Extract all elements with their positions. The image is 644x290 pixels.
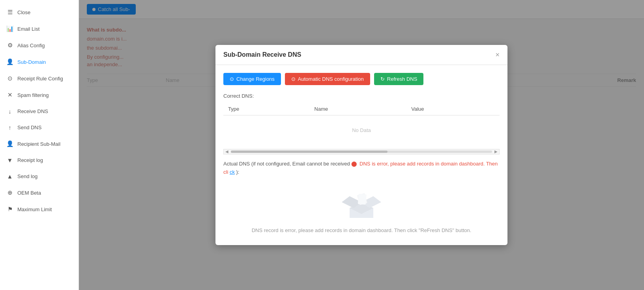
close-icon: ☰ — [6, 9, 13, 16]
error-dot: ⬤ — [351, 161, 357, 167]
empty-box-icon — [342, 190, 381, 222]
main-content: Catch all Sub- What is subdo... domain.c… — [79, 0, 644, 290]
change-regions-button[interactable]: ⊙ Change Regions — [223, 73, 281, 85]
scroll-right-arrow[interactable]: ▶ — [494, 149, 498, 154]
rule-icon: ⊙ — [6, 75, 13, 82]
sidebar-item-receive-dns[interactable]: ↓ Receive DNS — [0, 103, 79, 119]
spam-icon: ✕ — [6, 91, 13, 99]
no-data-cell: No Data — [223, 115, 500, 145]
actual-dns-section: Actual DNS (if not configured, Email can… — [223, 160, 500, 177]
empty-state-text: DNS record is error, please add records … — [252, 227, 472, 233]
refresh-dns-button[interactable]: ↻ Refresh DNS — [374, 73, 424, 85]
scroll-left-arrow[interactable]: ◀ — [225, 149, 229, 154]
sidebar-item-send-log[interactable]: ▲ Send log — [0, 168, 79, 184]
horizontal-scrollbar[interactable]: ◀ ▶ — [223, 149, 500, 154]
limit-icon: ⚑ — [6, 206, 13, 213]
svg-rect-5 — [358, 194, 367, 205]
user-icon: 👤 — [6, 58, 13, 65]
modal-title: Sub-Domain Receive DNS — [223, 51, 301, 58]
dns-table: Type Name Value No Data — [223, 103, 500, 145]
scroll-thumb[interactable] — [231, 151, 388, 153]
oem-icon: ⊕ — [6, 189, 13, 196]
action-buttons: ⊙ Change Regions ⊙ Automatic DNS configu… — [223, 73, 500, 85]
table-no-data-row: No Data — [223, 115, 500, 145]
empty-state: DNS record is error, please add records … — [223, 182, 500, 237]
sidebar-item-oem-beta[interactable]: ⊕ OEM Beta — [0, 184, 79, 201]
modal-overlay: Sub-Domain Receive DNS × ⊙ Change Region… — [79, 0, 644, 290]
col-value: Value — [406, 103, 500, 115]
sidebar-item-recipient-sub-mail[interactable]: 👤 Recipient Sub-Mail — [0, 136, 79, 152]
sidebar-item-email-list[interactable]: 📊 Email List — [0, 20, 79, 37]
send-log-icon: ▲ — [6, 173, 13, 180]
modal-header: Sub-Domain Receive DNS × — [215, 45, 507, 65]
sidebar: ☰ Close 📊 Email List ⚙ Alias Config 👤 Su… — [0, 0, 79, 290]
gear-icon: ⚙ — [6, 42, 13, 49]
sidebar-item-close[interactable]: ☰ Close — [0, 4, 79, 20]
auto-dns-button[interactable]: ⊙ Automatic DNS configuration — [285, 73, 370, 85]
modal-dialog: Sub-Domain Receive DNS × ⊙ Change Region… — [215, 45, 507, 245]
send-dns-icon: ↑ — [6, 124, 13, 131]
sidebar-item-send-dns[interactable]: ↑ Send DNS — [0, 119, 79, 136]
refresh-dns-icon: ↻ — [380, 76, 385, 82]
chart-icon: 📊 — [6, 25, 13, 32]
receive-dns-icon: ↓ — [6, 108, 13, 115]
col-name: Name — [310, 103, 407, 115]
col-type: Type — [223, 103, 310, 115]
change-regions-icon: ⊙ — [230, 76, 234, 82]
modal-close-button[interactable]: × — [495, 51, 500, 58]
dns-click-link[interactable]: ck — [230, 169, 235, 175]
recipient-icon: 👤 — [6, 140, 13, 147]
sidebar-item-receipt-rule-config[interactable]: ⊙ Receipt Rule Config — [0, 70, 79, 87]
sidebar-item-alias-config[interactable]: ⚙ Alias Config — [0, 37, 79, 54]
auto-dns-icon: ⊙ — [291, 76, 296, 82]
sidebar-item-receipt-log[interactable]: ▼ Receipt log — [0, 152, 79, 168]
sidebar-item-maximum-limit[interactable]: ⚑ Maximum Limit — [0, 201, 79, 217]
receipt-log-icon: ▼ — [6, 157, 13, 164]
sidebar-item-spam-filtering[interactable]: ✕ Spam filtering — [0, 87, 79, 103]
scroll-track[interactable] — [231, 151, 492, 153]
correct-dns-label: Correct DNS: — [223, 93, 500, 99]
sidebar-item-sub-domain[interactable]: 👤 Sub-Domain — [0, 54, 79, 70]
modal-body: ⊙ Change Regions ⊙ Automatic DNS configu… — [215, 65, 507, 245]
